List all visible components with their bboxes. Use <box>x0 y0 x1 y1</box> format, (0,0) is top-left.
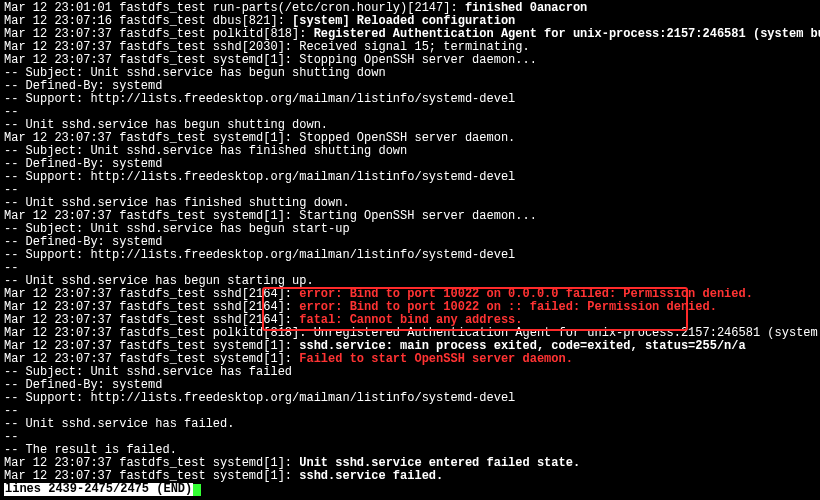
log-prefix: -- Support: http://lists.freedesktop.org… <box>4 170 515 184</box>
log-prefix: Mar 12 23:07:37 fastdfs_test sshd[2164]: <box>4 300 299 314</box>
log-prefix: -- Subject: Unit sshd.service has begun … <box>4 66 386 80</box>
log-line: -- Support: http://lists.freedesktop.org… <box>4 392 816 405</box>
log-bold: sshd.service failed. <box>299 469 443 483</box>
log-prefix: -- <box>4 430 18 444</box>
log-line: -- Support: http://lists.freedesktop.org… <box>4 171 816 184</box>
log-prefix: -- Defined-By: systemd <box>4 157 162 171</box>
log-prefix: -- Defined-By: systemd <box>4 79 162 93</box>
cursor <box>193 484 201 496</box>
log-bold: Unit sshd.service entered failed state. <box>299 456 580 470</box>
log-prefix: Mar 12 23:07:37 fastdfs_test systemd[1]:… <box>4 131 515 145</box>
log-prefix: Mar 12 23:07:37 fastdfs_test sshd[2030]:… <box>4 40 530 54</box>
log-prefix: Mar 12 23:07:37 fastdfs_test sshd[2164]: <box>4 287 299 301</box>
log-bold: finished 0anacron <box>465 1 587 15</box>
log-prefix: -- Defined-By: systemd <box>4 378 162 392</box>
log-prefix: -- Subject: Unit sshd.service has finish… <box>4 144 407 158</box>
log-line: -- Support: http://lists.freedesktop.org… <box>4 249 816 262</box>
log-prefix: -- Unit sshd.service has begun starting … <box>4 274 314 288</box>
log-prefix: Mar 12 23:07:37 fastdfs_test sshd[2164]: <box>4 313 299 327</box>
log-prefix: -- Support: http://lists.freedesktop.org… <box>4 248 515 262</box>
log-prefix: -- <box>4 404 18 418</box>
pager-status: lines 2439-2475/2475 (END) <box>4 483 193 496</box>
log-prefix: Mar 12 23:07:37 fastdfs_test systemd[1]: <box>4 352 299 366</box>
log-prefix: -- <box>4 261 18 275</box>
log-prefix: -- The result is failed. <box>4 443 177 457</box>
log-prefix: -- Unit sshd.service has begun shutting … <box>4 118 328 132</box>
log-error: error: Bind to port 10022 on 0.0.0.0 fai… <box>299 287 753 301</box>
log-bold: sshd.service: main process exited, code=… <box>299 339 745 353</box>
log-error: fatal: Cannot bind any address. <box>299 313 522 327</box>
log-prefix: -- Subject: Unit sshd.service has failed <box>4 365 292 379</box>
log-prefix: Mar 12 23:07:37 fastdfs_test systemd[1]: <box>4 339 299 353</box>
log-prefix: -- Unit sshd.service has failed. <box>4 417 234 431</box>
log-line: -- Support: http://lists.freedesktop.org… <box>4 93 816 106</box>
log-prefix: Mar 12 23:01:01 fastdfs_test run-parts(/… <box>4 1 465 15</box>
log-prefix: -- Unit sshd.service has finished shutti… <box>4 196 350 210</box>
log-prefix: -- Defined-By: systemd <box>4 235 162 249</box>
terminal-output[interactable]: Mar 12 23:01:01 fastdfs_test run-parts(/… <box>0 0 820 498</box>
log-prefix: Mar 12 23:07:16 fastdfs_test dbus[821]: <box>4 14 292 28</box>
log-line: -- Unit sshd.service has failed. <box>4 418 816 431</box>
log-prefix: Mar 12 23:07:37 fastdfs_test polkitd[818… <box>4 27 314 41</box>
log-prefix: -- Support: http://lists.freedesktop.org… <box>4 92 515 106</box>
log-prefix: Mar 12 23:07:37 fastdfs_test systemd[1]:… <box>4 209 537 223</box>
log-prefix: -- Subject: Unit sshd.service has begun … <box>4 222 350 236</box>
log-error: error: Bind to port 10022 on :: failed: … <box>299 300 717 314</box>
log-prefix: Mar 12 23:07:37 fastdfs_test polkitd[818… <box>4 326 820 340</box>
log-prefix: -- <box>4 105 18 119</box>
log-prefix: -- <box>4 183 18 197</box>
log-prefix: Mar 12 23:07:37 fastdfs_test systemd[1]: <box>4 469 299 483</box>
log-error: Failed to start OpenSSH server daemon. <box>299 352 573 366</box>
log-bold: Registered Authentication Agent for unix… <box>314 27 820 41</box>
pager-status-line: lines 2439-2475/2475 (END) <box>4 483 816 496</box>
log-bold: [system] Reloaded configuration <box>292 14 515 28</box>
log-prefix: -- Support: http://lists.freedesktop.org… <box>4 391 515 405</box>
log-prefix: Mar 12 23:07:37 fastdfs_test systemd[1]:… <box>4 53 537 67</box>
log-prefix: Mar 12 23:07:37 fastdfs_test systemd[1]: <box>4 456 299 470</box>
